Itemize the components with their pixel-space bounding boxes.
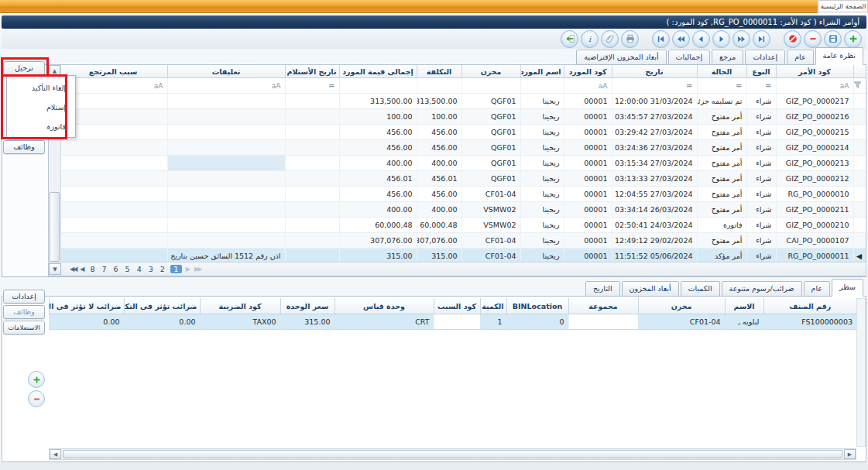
orders-filter-cell-2[interactable]: = — [746, 78, 776, 94]
cell-warehouse[interactable]: QGF01 — [461, 125, 520, 140]
funnel-icon[interactable] — [853, 78, 866, 94]
pager-dropdown-icon[interactable]: ▼ — [49, 263, 61, 275]
cell-supplier_name[interactable]: ريحينا — [520, 94, 564, 109]
cell-type[interactable]: شراء — [746, 218, 776, 233]
previous-icon[interactable] — [692, 30, 710, 48]
cell-status[interactable]: أمر مفتوح — [697, 171, 746, 187]
lines-horizontal-scrollbar[interactable]: ◀ ▶ — [49, 448, 856, 460]
lines-column-header-2[interactable]: مخزن — [638, 298, 725, 314]
cell-warehouse[interactable]: VSMW02 — [461, 218, 520, 233]
cell-type[interactable]: شراء — [746, 233, 776, 249]
cell-status[interactable]: فاتورة — [697, 218, 746, 233]
pager-next-icon[interactable]: ▶ — [186, 266, 190, 273]
cell-total[interactable]: 456.00 — [339, 140, 417, 156]
tab-lines-5[interactable]: التاريخ — [585, 281, 620, 297]
lines-column-header-4[interactable]: BINLocation — [506, 298, 568, 314]
cell-supplier_name[interactable]: ريحينا — [520, 187, 564, 202]
cell-total[interactable]: 456.01 — [339, 171, 417, 187]
tab-lines-1[interactable]: عام — [804, 281, 830, 297]
cell-comments[interactable] — [167, 94, 285, 109]
cell-code[interactable]: GIZ_PO_0000216 — [776, 109, 853, 125]
cell-code[interactable]: GIZ_PO_0000212 — [776, 171, 853, 187]
orders-filter-cell-7[interactable] — [461, 78, 520, 94]
pager-page-4[interactable]: 4 — [136, 265, 143, 273]
cell-date[interactable]: 27/03/2024 03:15:34 ص — [612, 156, 697, 171]
table-row[interactable]: ◀RG_PO_0000011شراءأمر مؤكد05/06/2024 11:… — [61, 249, 866, 262]
scroll-right-icon[interactable]: ▶ — [844, 449, 856, 459]
cell-target_receipt_date[interactable] — [285, 171, 339, 187]
orders-column-header-11[interactable]: تعليقات — [167, 65, 285, 78]
cell-warehouse[interactable]: QGF01 — [461, 140, 520, 156]
cell-status[interactable]: أمر مفتوح — [697, 233, 746, 249]
cell-total[interactable]: 100.00 — [339, 109, 417, 125]
cell-unit_price[interactable]: 315.00 — [280, 314, 335, 330]
cell-warehouse[interactable]: QGF01 — [461, 156, 520, 171]
table-row[interactable]: RG_PO_0000010شراءأمر مفتوح27/03/2024 12:… — [61, 187, 866, 202]
cell-target_receipt_date[interactable] — [285, 156, 339, 171]
cell-code[interactable]: GIZ_PO_0000211 — [776, 202, 853, 218]
cell-status[interactable]: أمر مفتوح — [697, 202, 746, 218]
cell-supplier_name[interactable]: ريحينا — [520, 125, 564, 140]
cell-cost[interactable]: 456.01 — [417, 171, 461, 187]
table-row[interactable]: GIZ_PO_0000215شراءأمر مفتوح27/03/2024 03… — [61, 125, 866, 140]
cell-name[interactable]: لبلويه ـ — [725, 314, 763, 330]
cell-group[interactable] — [568, 314, 638, 330]
cell-uom[interactable]: CRT — [335, 314, 434, 330]
tab-lines-4[interactable]: أبعاد المخزون — [622, 281, 679, 297]
lines-column-header-10[interactable]: ضرائب تؤثر فى التكلفة الفعلية — [124, 298, 200, 314]
lines-column-header-5[interactable]: الكمية — [480, 298, 506, 314]
functions-button-top[interactable]: وظائف — [3, 140, 45, 154]
pager-previous-icon[interactable]: ◀ — [80, 266, 84, 273]
lines-column-header-7[interactable]: وحدة قياس — [335, 298, 434, 314]
tab-lines-3[interactable]: الكميات — [681, 281, 720, 297]
queries-button[interactable]: الاستعلامات — [3, 321, 45, 334]
cell-cost[interactable]: 307,076.00 — [417, 233, 461, 249]
home-page-tab[interactable]: الصفحة الرئيسية — [818, 0, 868, 12]
cell-return_reason[interactable] — [61, 171, 167, 187]
tab-main-3[interactable]: مرجع — [712, 50, 743, 65]
cell-cost[interactable]: 400.00 — [417, 156, 461, 171]
cell-target_receipt_date[interactable] — [285, 94, 339, 109]
cell-status[interactable]: أمر مفتوح — [697, 187, 746, 202]
cell-return_reason[interactable] — [61, 249, 167, 262]
cell-status[interactable]: تم تسليمه جزئيا — [697, 94, 746, 109]
scroll-left-icon[interactable]: ◀ — [50, 449, 61, 459]
pager-last-icon[interactable]: ▶▶ — [194, 266, 201, 273]
cell-date[interactable]: 05/06/2024 11:51:52 ص — [612, 249, 697, 262]
cell-date[interactable]: 26/03/2024 03:34:14 م — [612, 202, 697, 218]
cell-status[interactable]: أمر مؤكد — [697, 249, 746, 262]
cell-cost[interactable]: 60,000.48 — [417, 218, 461, 233]
lines-column-header-1[interactable]: الاسم — [725, 298, 763, 314]
cell-warehouse[interactable]: CF01-04 — [461, 249, 520, 262]
orders-filter-cell-6[interactable] — [520, 78, 564, 94]
add-line-button[interactable] — [28, 371, 45, 388]
cell-return_reason[interactable] — [61, 187, 167, 202]
cell-supplier_code[interactable]: 00001 — [564, 156, 612, 171]
pager-page-3[interactable]: 3 — [147, 265, 155, 273]
cell-supplier_name[interactable]: ريحينا — [520, 156, 564, 171]
cell-comments[interactable] — [167, 109, 285, 125]
pager-first-icon[interactable]: ◀◀ — [70, 266, 76, 273]
cell-total[interactable]: 307,076.00 — [339, 233, 417, 249]
table-row[interactable]: FS100000003لبلويه ـCF01-0401CRT315.00TAX… — [49, 314, 856, 330]
cell-code[interactable]: CAI_PO_0000107 — [776, 233, 853, 249]
cell-supplier_name[interactable]: ريحينا — [520, 140, 564, 156]
first-record-icon[interactable] — [652, 30, 670, 48]
cell-warehouse[interactable]: QGF01 — [461, 94, 520, 109]
orders-filter-cell-3[interactable]: = — [697, 78, 746, 94]
cell-comments[interactable] — [167, 233, 285, 249]
return-icon[interactable] — [561, 30, 578, 48]
cell-type[interactable]: شراء — [746, 125, 776, 140]
tab-lines-0[interactable]: سطر — [832, 279, 863, 297]
cell-supplier_code[interactable]: 00001 — [564, 109, 612, 125]
table-row[interactable]: GIZ_PO_0000216شراءأمر مفتوح27/03/2024 03… — [61, 109, 866, 125]
table-row[interactable]: CAI_PO_0000107شراءأمر مفتوح29/02/2024 12… — [61, 233, 866, 249]
cell-type[interactable]: شراء — [746, 156, 776, 171]
cell-date[interactable]: 27/03/2024 03:13:33 ص — [612, 171, 697, 187]
cell-comments[interactable] — [167, 202, 285, 218]
table-row[interactable]: GIZ_PO_0000212شراءأمر مفتوح27/03/2024 03… — [61, 171, 866, 187]
cell-date[interactable]: 29/02/2024 12:49:12 م — [612, 233, 697, 249]
fast-previous-icon[interactable] — [672, 30, 690, 48]
orders-filter-cell-8[interactable] — [417, 78, 461, 94]
cell-return_reason[interactable] — [61, 202, 167, 218]
